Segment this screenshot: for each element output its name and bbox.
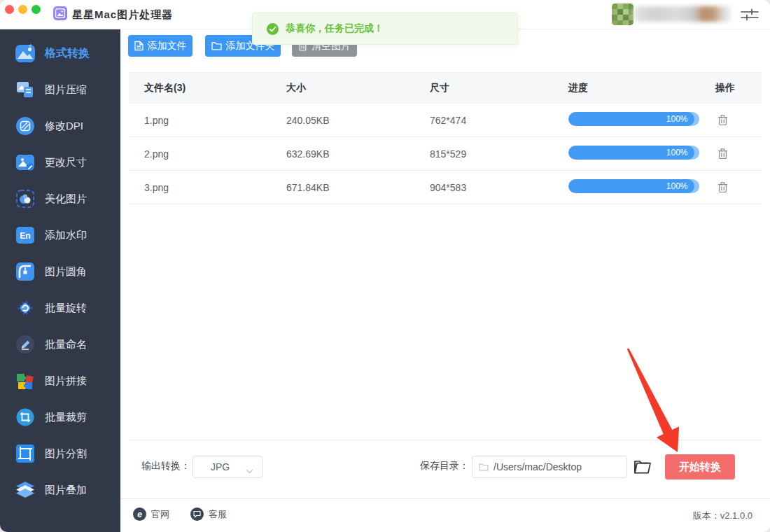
file-dimensions: 815*529 (430, 148, 568, 160)
sidebar-item-2[interactable]: 图片压缩 (0, 71, 120, 108)
bottom-controls: 输出转换： JPG 保存目录： 开始转换 (129, 440, 762, 498)
format-select-value: JPG (211, 461, 230, 472)
sidebar-item-9[interactable]: 批量命名 (0, 326, 120, 363)
globe-icon: e (133, 507, 146, 521)
sidebar-item-8[interactable]: 批量旋转 (0, 290, 120, 326)
table-header-cell: 尺寸 (430, 82, 568, 94)
file-name: 3.png (144, 182, 286, 193)
sidebar-item-6[interactable]: En 添加水印 (0, 217, 120, 253)
user-avatar[interactable] (612, 4, 634, 25)
browse-folder-icon[interactable] (634, 458, 652, 475)
output-format-label: 输出转换： (141, 460, 190, 472)
sidebar-item-12[interactable]: 图片分割 (0, 435, 120, 472)
file-table: 文件名(3)大小尺寸进度操作 1.png 240.05KB 762*474 10… (129, 72, 762, 204)
save-path-input[interactable] (493, 461, 612, 472)
progress-bar: 100% (568, 112, 699, 126)
sidebar: 格式转换 图片压缩 修改DPI 更改尺寸 美化图片 En 添加水印 图片圆角 批… (0, 29, 120, 532)
file-dimensions: 904*583 (430, 182, 568, 193)
table-row: 3.png 671.84KB 904*583 100% (129, 171, 762, 204)
chat-icon (190, 507, 204, 521)
image-compress-icon (15, 79, 36, 100)
svg-text:En: En (20, 231, 30, 241)
file-size: 671.84KB (286, 182, 430, 193)
sidebar-item-7[interactable]: 图片圆角 (0, 253, 120, 290)
table-header-cell: 进度 (568, 82, 715, 94)
format-convert-icon (15, 43, 36, 64)
success-toast: 恭喜你，任务已完成！ (252, 13, 518, 45)
progress-bar: 100% (568, 179, 699, 193)
app-window: 星星Mac图片处理器 格式转换 图片压缩 修改DPI 更改尺寸 美化图片 En … (0, 0, 770, 532)
sidebar-item-4[interactable]: 更改尺寸 (0, 144, 120, 181)
table-header-cell: 文件名(3) (144, 82, 286, 94)
table-header-row: 文件名(3)大小尺寸进度操作 (129, 72, 762, 104)
delete-row-trash-icon[interactable] (718, 181, 729, 194)
format-select[interactable]: JPG (192, 456, 262, 478)
puzzle-icon (15, 370, 36, 391)
delete-row-trash-icon[interactable] (718, 114, 729, 127)
sidebar-item-5[interactable]: 美化图片 (0, 181, 120, 217)
watermark-icon: En (15, 225, 36, 246)
overlay-icon (15, 479, 36, 500)
folder-small-icon (479, 463, 489, 471)
table-header-cell: 操作 (715, 82, 762, 94)
split-icon (15, 443, 36, 464)
app-logo-icon (53, 6, 67, 20)
app-title: 星星Mac图片处理器 (72, 8, 173, 22)
add-file-button[interactable]: 添加文件 (128, 35, 192, 57)
save-dir-label: 保存目录： (420, 460, 469, 472)
start-convert-button[interactable]: 开始转换 (665, 454, 735, 479)
folder-icon (211, 41, 222, 50)
username-blurred (634, 6, 731, 22)
sidebar-item-1[interactable]: 格式转换 (0, 35, 120, 71)
sidebar-item-11[interactable]: 批量裁剪 (0, 399, 120, 435)
sidebar-item-13[interactable]: 图片叠加 (0, 472, 120, 508)
progress-value: 100% (666, 181, 688, 191)
progress-value: 100% (666, 114, 688, 124)
crop-icon (15, 407, 36, 428)
resize-icon (15, 152, 36, 173)
rotate-icon (15, 298, 36, 318)
toast-message: 恭喜你，任务已完成！ (286, 22, 384, 35)
file-name: 2.png (144, 148, 286, 160)
sidebar-item-3[interactable]: 修改DPI (0, 108, 120, 144)
delete-row-trash-icon[interactable] (718, 148, 729, 160)
table-row: 2.png 632.69KB 815*529 100% (129, 137, 762, 171)
minimize-window-button[interactable] (18, 5, 27, 14)
file-name: 1.png (144, 115, 286, 126)
file-dimensions: 762*474 (430, 115, 568, 126)
customer-service-link[interactable]: 客服 (190, 507, 227, 521)
progress-bar: 100% (568, 146, 699, 160)
table-row: 1.png 240.05KB 762*474 100% (129, 104, 762, 137)
check-circle-icon (267, 23, 279, 35)
footer: e 官网 客服 版本：v2.1.0.0 (120, 498, 770, 532)
save-path-field[interactable] (472, 456, 627, 478)
close-window-button[interactable] (5, 5, 14, 14)
round-corner-icon (15, 261, 36, 282)
chevron-down-icon (246, 464, 253, 477)
file-size: 240.05KB (286, 115, 430, 126)
beautify-icon (15, 188, 36, 209)
official-site-link[interactable]: e 官网 (133, 507, 169, 521)
file-size: 632.69KB (286, 148, 430, 160)
settings-sliders-icon[interactable] (741, 7, 759, 22)
sidebar-item-10[interactable]: 图片拼接 (0, 363, 120, 399)
progress-value: 100% (666, 148, 688, 158)
table-header-cell: 大小 (286, 82, 430, 94)
document-icon (134, 41, 144, 51)
rename-icon (15, 334, 36, 355)
version-text: 版本：v2.1.0.0 (693, 510, 752, 522)
dpi-icon (15, 115, 36, 136)
zoom-window-button[interactable] (31, 5, 41, 14)
